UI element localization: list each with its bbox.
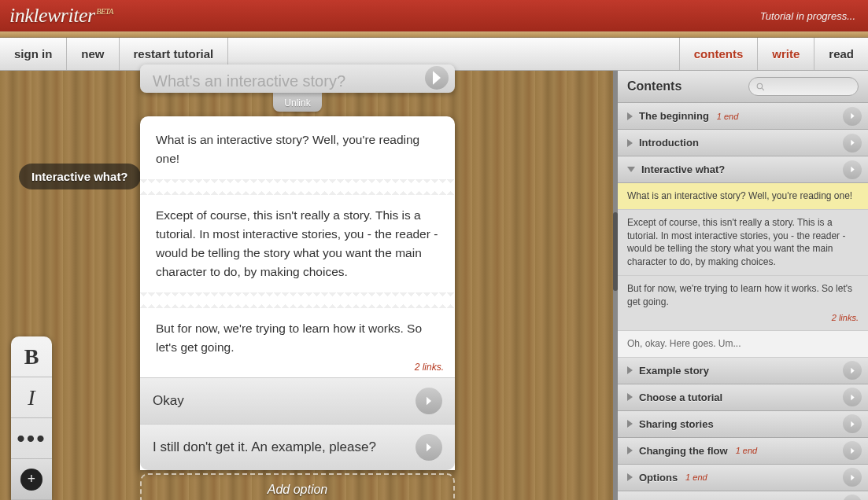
- svg-point-0: [757, 83, 763, 89]
- disclosure-triangle-icon: [627, 393, 633, 401]
- prev-option-arrow-icon[interactable]: [425, 66, 449, 90]
- app-logo[interactable]: inklewriterBETA: [9, 4, 113, 28]
- story-card: What is an interactive story? Well, you'…: [140, 116, 455, 470]
- toc-links-count: 2 links.: [627, 312, 859, 324]
- bold-button[interactable]: B: [11, 336, 52, 377]
- unlink-button[interactable]: Unlink: [273, 93, 322, 112]
- write-tab[interactable]: write: [757, 38, 814, 70]
- contents-sidebar: Contents The beginning1 endIntroductionI…: [613, 71, 868, 500]
- story-paragraph[interactable]: What is an interactive story? Well, you'…: [140, 116, 455, 179]
- disclosure-triangle-icon: [627, 420, 633, 428]
- toc-item-meta: 1 end: [717, 112, 739, 121]
- toc-item[interactable]: The beginning1 end: [618, 103, 868, 130]
- toc-item[interactable]: The Contents List: [618, 491, 868, 500]
- wood-trim: [0, 31, 868, 38]
- italic-button[interactable]: I: [11, 377, 52, 418]
- option-row[interactable]: Okay: [140, 377, 455, 424]
- toc-item[interactable]: Interactive what?: [618, 156, 868, 183]
- sidebar-scrollbar[interactable]: [613, 212, 618, 291]
- paragraph-divider: [140, 300, 455, 308]
- toc-item[interactable]: Choose a tutorial: [618, 384, 868, 411]
- toc-goto-icon[interactable]: [843, 361, 862, 380]
- add-block-button[interactable]: +: [11, 459, 52, 500]
- toc-expanded-section: What is an interactive story? Well, you'…: [618, 183, 868, 358]
- format-toolbar: B I ••• +: [11, 336, 52, 500]
- read-tab[interactable]: read: [814, 38, 868, 70]
- story-paragraph[interactable]: But for now, we're trying to learn how i…: [140, 308, 455, 360]
- option-row[interactable]: I still don't get it. An example, please…: [140, 424, 455, 470]
- disclosure-triangle-icon: [627, 112, 633, 120]
- toc-goto-icon[interactable]: [843, 468, 862, 487]
- contents-list: The beginning1 endIntroductionInteractiv…: [618, 103, 868, 500]
- toc-item[interactable]: Example story: [618, 358, 868, 384]
- contents-title: Contents: [627, 79, 681, 94]
- logo-beta: BETA: [97, 7, 113, 16]
- toc-goto-icon[interactable]: [843, 134, 862, 153]
- contents-header: Contents: [618, 71, 868, 103]
- links-count: 2 links.: [140, 360, 455, 377]
- toc-paragraph[interactable]: Oh, okay. Here goes. Um...: [618, 331, 868, 358]
- toc-item[interactable]: Introduction: [618, 130, 868, 156]
- toc-goto-icon[interactable]: [843, 494, 862, 500]
- disclosure-triangle-icon: [627, 139, 633, 147]
- toc-goto-icon[interactable]: [843, 388, 862, 406]
- option-follow-icon[interactable]: [416, 434, 442, 461]
- toc-goto-icon[interactable]: [843, 441, 862, 460]
- toc-item[interactable]: Changing the flow1 end: [618, 438, 868, 465]
- paragraph-divider: [140, 187, 455, 195]
- disclosure-triangle-icon: [627, 366, 633, 374]
- toc-item-meta: 1 end: [685, 472, 707, 482]
- toc-paragraph[interactable]: But for now, we're trying to learn how i…: [618, 276, 868, 331]
- toc-item-label: Options: [639, 472, 678, 483]
- header-status: Tutorial in progress...: [760, 10, 855, 22]
- toc-item-label: Changing the flow: [639, 445, 728, 457]
- toc-paragraph[interactable]: What is an interactive story? Well, you'…: [618, 183, 868, 210]
- add-option-button[interactable]: Add option: [140, 473, 455, 500]
- disclosure-triangle-icon: [627, 473, 633, 481]
- toc-item[interactable]: Sharing stories: [618, 411, 868, 438]
- more-format-button[interactable]: •••: [11, 418, 52, 459]
- prev-option-text: What's an interactive story?: [153, 72, 345, 90]
- toc-goto-icon[interactable]: [843, 414, 862, 433]
- svg-line-1: [762, 88, 764, 90]
- previous-option-card[interactable]: What's an interactive story?: [140, 64, 455, 93]
- option-text: I still don't get it. An example, please…: [153, 439, 376, 455]
- new-button[interactable]: new: [67, 38, 119, 70]
- toc-item-label: The beginning: [639, 110, 709, 122]
- toc-item-label: Interactive what?: [641, 164, 725, 175]
- app-header: inklewriterBETA Tutorial in progress...: [0, 0, 868, 31]
- toc-goto-icon[interactable]: [843, 160, 862, 179]
- disclosure-triangle-icon: [627, 167, 635, 172]
- paragraph-divider: [140, 292, 455, 300]
- toc-item[interactable]: Options1 end: [618, 465, 868, 491]
- option-text: Okay: [153, 393, 184, 409]
- signin-button[interactable]: sign in: [0, 38, 67, 70]
- toc-paragraph[interactable]: Except of course, this isn't really a st…: [618, 210, 868, 276]
- toc-item-label: Example story: [639, 365, 709, 377]
- story-paragraph[interactable]: Except of course, this isn't really a st…: [140, 195, 455, 292]
- contents-search-input[interactable]: [748, 77, 859, 96]
- search-icon: [755, 82, 766, 92]
- plus-icon: +: [20, 469, 42, 491]
- option-follow-icon[interactable]: [416, 388, 442, 414]
- section-label-pill[interactable]: Interactive what?: [19, 164, 141, 189]
- disclosure-triangle-icon: [627, 447, 633, 454]
- logo-text: inklewriter: [9, 4, 95, 27]
- story-column: What's an interactive story? Unlink What…: [140, 71, 455, 500]
- toc-item-label: Introduction: [639, 137, 699, 149]
- toc-item-meta: 1 end: [736, 446, 758, 455]
- toc-item-label: Sharing stories: [639, 418, 714, 430]
- editor-canvas: Interactive what? What's an interactive …: [0, 71, 868, 500]
- paragraph-divider: [140, 179, 455, 187]
- toc-item-label: Choose a tutorial: [639, 392, 722, 403]
- contents-tab[interactable]: contents: [679, 38, 758, 70]
- toc-goto-icon[interactable]: [843, 107, 862, 126]
